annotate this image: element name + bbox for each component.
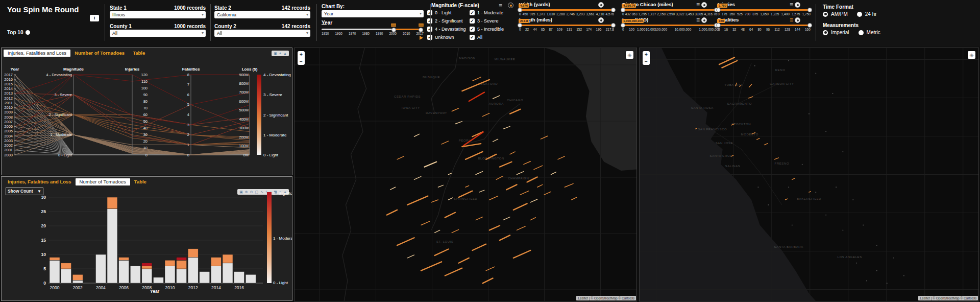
selector-dropdown[interactable]: All▾ <box>214 30 310 37</box>
filter-max-value[interactable]: 217.8 <box>519 19 529 23</box>
year-slider-track[interactable] <box>322 29 422 30</box>
tab-table[interactable]: Table <box>130 178 151 185</box>
filter-max-value[interactable]: 4,316.76 <box>622 4 636 8</box>
tab-injuries-fatalities-and-loss[interactable]: Injuries, Fatalities and Loss <box>4 50 70 57</box>
parallel-coordinates-chart[interactable]: YearMagnitudeInjuriesFatalitiesLoss ($)2… <box>2 57 292 175</box>
radio-selected[interactable] <box>823 30 828 35</box>
top10-toggle[interactable] <box>26 30 30 35</box>
filter-max-value[interactable]: 4,576 <box>519 4 529 8</box>
radio-unselected[interactable] <box>857 12 862 17</box>
tab-number-of-tornadoes[interactable]: Number of Tornadoes <box>76 178 130 185</box>
checkbox-checked[interactable]: ✓ <box>427 10 432 15</box>
tornado-count-bar-chart[interactable]: 0510152025302000200220042006200820102012… <box>2 186 292 300</box>
tab-table[interactable]: Table <box>129 50 149 57</box>
selector-records-count: 1000 records <box>174 5 206 11</box>
filter-left-handle[interactable] <box>716 23 721 28</box>
menu-icon[interactable]: ≡ <box>696 2 700 7</box>
california-map[interactable]: SANTA ROSASACRAMENTOYUBA CITYRENOCARSON … <box>639 48 979 301</box>
filter-slider-track[interactable]: 4,316.76 <box>622 9 717 11</box>
year-slider-min-grip[interactable] <box>322 24 326 25</box>
city-label: SPRINGFIELD <box>454 197 478 200</box>
info-button[interactable]: i <box>90 15 99 21</box>
layers-button[interactable]: ◈ <box>968 51 975 59</box>
chart-by-select[interactable]: Year ▾ <box>322 10 424 17</box>
checkbox-checked[interactable]: ✓ <box>427 18 432 24</box>
checkbox-checked[interactable]: ✓ <box>427 35 432 40</box>
pc-year-tick: 2002 <box>4 143 13 148</box>
checkbox-checked[interactable]: ✓ <box>470 35 475 40</box>
menu-icon[interactable]: ≡ <box>790 17 793 22</box>
year-slider-right-grip[interactable] <box>419 24 424 27</box>
pc-fatalities-tick: 4 <box>187 112 189 117</box>
logo-icon[interactable]: ▲ <box>282 51 288 56</box>
droplet-icon[interactable] <box>598 17 604 23</box>
pc-year-tick: 2012 <box>4 96 13 101</box>
zoom-in-button[interactable]: + <box>643 51 650 58</box>
filter-slider-track[interactable]: 160 <box>718 25 811 26</box>
droplet-icon[interactable] <box>795 17 800 23</box>
menu-icon[interactable]: ≡ <box>790 2 793 7</box>
filter-tick-label: 2,288 <box>556 12 565 16</box>
checkbox-checked[interactable]: ✓ <box>427 27 432 32</box>
droplet-icon[interactable] <box>795 2 800 8</box>
edit-icon[interactable]: + <box>278 51 282 56</box>
selector-dropdown[interactable]: All▾ <box>110 30 206 37</box>
california-map-canvas[interactable]: SANTA ROSASACRAMENTOYUBA CITYRENOCARSON … <box>640 48 978 301</box>
filter-right-handle[interactable] <box>807 23 812 28</box>
bar-xtick: 2004 <box>96 285 106 290</box>
header-divider <box>816 4 816 41</box>
checkbox-checked[interactable]: ✓ <box>470 18 475 24</box>
checkbox-checked[interactable]: ✓ <box>470 27 475 32</box>
filter-max-value[interactable]: 1,000,000,000 <box>622 19 644 23</box>
filter-slider-track[interactable]: 1,750 <box>718 9 811 11</box>
filter-tick-label: 152 <box>576 28 582 31</box>
filter-max-value[interactable]: 160 <box>718 19 725 23</box>
zoom-in-button[interactable]: + <box>298 51 305 58</box>
pc-fatalities-tick: 5 <box>187 102 189 107</box>
droplet-icon[interactable] <box>701 2 707 8</box>
magnitude-label: Magnitude (F-scale) <box>431 3 479 8</box>
city-label: AURORA <box>489 102 504 105</box>
radio-selected[interactable] <box>823 12 828 17</box>
filter-left-handle[interactable] <box>518 8 522 12</box>
filter-left-handle[interactable] <box>716 8 721 12</box>
filter-tick-label: 1,373 <box>537 12 545 16</box>
filter-tick-label: 0 <box>718 28 720 31</box>
droplet-icon[interactable] <box>598 2 604 8</box>
filter-tick-label: 100,000 <box>655 28 668 31</box>
filter-max-value[interactable]: 1,750 <box>718 4 727 8</box>
filter-slider-track[interactable]: 4,576 <box>519 9 614 11</box>
filter-left-handle[interactable] <box>518 23 522 28</box>
filter-slider-track[interactable]: 1,000,000,000 <box>622 25 717 26</box>
filter-slider-track[interactable]: 217.8 <box>519 25 614 26</box>
filter-right-handle[interactable] <box>807 8 812 12</box>
filter-right-handle[interactable] <box>611 8 616 12</box>
filter-left-handle[interactable] <box>621 23 625 28</box>
layers-button[interactable]: ◈ <box>626 51 633 59</box>
bar-segment <box>246 274 256 283</box>
radio-unselected[interactable] <box>859 30 864 35</box>
filter-right-handle[interactable] <box>611 23 616 28</box>
filter-left-handle[interactable] <box>621 8 625 12</box>
filter-tick-label: 32 <box>732 28 736 31</box>
city-label: RENO <box>775 68 786 72</box>
checkbox-checked[interactable]: ✓ <box>470 10 475 15</box>
tab-number-of-tornadoes[interactable]: Number of Tornadoes <box>70 50 129 57</box>
pc-mag-tick: 3 - Severe <box>54 92 72 97</box>
zoom-out-button[interactable]: − <box>643 58 650 65</box>
camera-icon[interactable]: ▣ <box>273 51 278 56</box>
menu-icon[interactable]: ≡ <box>499 3 502 8</box>
play-button[interactable] <box>420 36 423 40</box>
selector-dropdown[interactable]: Illinois▾ <box>110 11 206 18</box>
selector-dropdown[interactable]: California▾ <box>214 11 310 18</box>
filter-tick-label: 112 <box>774 28 779 31</box>
illinois-map-canvas[interactable]: DUBUQUEMADISONMILWAUKEEROCKFORDCHICAGOAU… <box>295 48 636 301</box>
droplet-icon[interactable] <box>701 17 707 23</box>
menu-icon[interactable]: ≡ <box>696 17 700 22</box>
droplet-icon[interactable] <box>508 3 513 8</box>
zoom-out-button[interactable]: − <box>298 58 305 65</box>
time-format-label: Time Format <box>823 4 853 10</box>
year-slider-left-grip[interactable] <box>391 24 396 27</box>
tab-injuries-fatalities-and-loss[interactable]: Injuries, Fatalities and Loss <box>4 178 76 185</box>
illinois-map[interactable]: DUBUQUEMADISONMILWAUKEEROCKFORDCHICAGOAU… <box>294 48 637 301</box>
